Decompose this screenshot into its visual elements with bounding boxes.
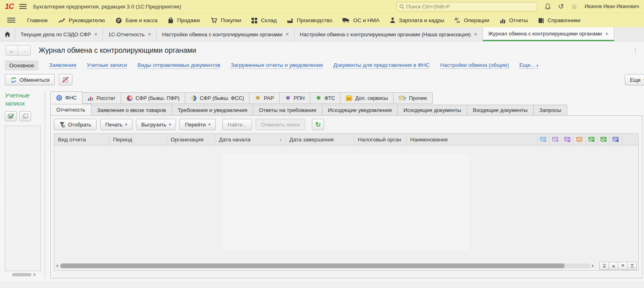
find-button[interactable]: Найти... <box>223 119 252 130</box>
current-user[interactable]: Иванов Иван Иванович <box>584 4 639 9</box>
column-header-status-2[interactable] <box>549 134 561 145</box>
go-first-button[interactable] <box>599 262 609 270</box>
close-icon[interactable]: × <box>286 31 289 37</box>
close-period-button[interactable] <box>59 74 72 85</box>
history-icon[interactable]: ↺ <box>558 3 564 10</box>
navlink-more[interactable]: Еще... ▾ <box>519 62 538 69</box>
favorites-star-icon[interactable]: ☆ <box>571 3 577 10</box>
scroll-left-icon[interactable] <box>56 264 58 267</box>
close-icon[interactable]: × <box>94 31 97 37</box>
copy-account-button[interactable] <box>19 111 31 121</box>
accounts-list[interactable] <box>5 126 41 271</box>
column-header-vid-otcheta[interactable]: Вид отчета <box>54 134 109 145</box>
section-rukovoditelyu[interactable]: Руководителю <box>53 13 110 27</box>
more-actions-button[interactable]: Еще ▾ <box>625 74 644 85</box>
section-sklad[interactable]: Склад <box>246 13 282 27</box>
navlink-dokumenty-fns[interactable]: Документы для представления в ФНС <box>333 62 429 69</box>
exchange-button[interactable]: Обменяться <box>5 74 55 85</box>
print-button[interactable]: Печать ▾ <box>100 119 132 130</box>
column-header-status-7[interactable] <box>610 134 622 145</box>
back-button[interactable]: ← <box>6 45 18 56</box>
column-header-organizaciya[interactable]: Организация <box>167 134 215 145</box>
agency-tab-prochee[interactable]: ? Прочее <box>394 92 433 104</box>
agency-tab-sfr-pfr[interactable]: СФР (бывш. ПФР) <box>121 92 185 104</box>
section-bank-i-kassa[interactable]: Р Банк и касса <box>110 13 163 27</box>
home-tab[interactable] <box>0 27 15 41</box>
go-next-button[interactable] <box>618 262 627 270</box>
section-prodazhi[interactable]: Продажи <box>163 13 205 27</box>
agency-tab-sfr-fss[interactable]: СФР (бывш. ФСС) <box>185 92 250 104</box>
column-header-status-3[interactable] <box>561 134 574 145</box>
agency-tab-fns[interactable]: ФНС <box>50 91 83 104</box>
global-search[interactable] <box>396 2 537 11</box>
forward-button[interactable]: → <box>18 45 31 56</box>
column-header-data-nachala[interactable]: Дата начала ↓ <box>215 134 286 145</box>
agency-tab-rosstat[interactable]: Росстат <box>83 92 121 104</box>
doc-tab-otvety[interactable]: Ответы на требования <box>253 105 322 116</box>
section-proizvodstvo[interactable]: Производство <box>282 13 337 27</box>
main-menu-icon[interactable] <box>19 4 27 9</box>
scrollbar-track[interactable] <box>60 263 590 268</box>
navlink-uchetnye-zapisi[interactable]: Учетные записи <box>87 62 127 69</box>
notifications-bell-icon[interactable] <box>545 3 551 10</box>
close-icon[interactable]: × <box>474 31 477 37</box>
document-slash-icon <box>62 77 69 83</box>
section-spravochniki[interactable]: Справочники <box>533 13 586 27</box>
navlink-vidy-dokumentov[interactable]: Виды отправляемых документов <box>138 62 221 69</box>
refresh-button[interactable]: ↻ <box>312 119 324 130</box>
cancel-search-button[interactable]: Отменить поиск <box>256 119 305 130</box>
select-account-button[interactable] <box>5 111 17 121</box>
scroll-right-icon[interactable] <box>592 264 594 267</box>
navlink-zagruzhennye-otchety[interactable]: Загруженные отчеты и уведомления <box>231 62 323 69</box>
close-icon[interactable]: × <box>605 31 609 37</box>
tab-1c-otchetnost[interactable]: 1С-Отчетность × <box>103 27 157 41</box>
navlink-osnovnoe[interactable]: Основное <box>5 60 39 70</box>
agency-tab-rpn[interactable]: РПН <box>280 92 310 104</box>
column-header-data-zaversheniya[interactable]: Дата завершения <box>286 134 354 145</box>
doc-tab-vkhodyashchie-dokumenty[interactable]: Входящие документы <box>467 105 534 116</box>
column-header-status-6[interactable] <box>598 134 610 145</box>
agency-tab-fts[interactable]: ФТС <box>310 92 341 104</box>
search-input[interactable] <box>406 4 535 10</box>
tab-nastroyki-obmena-org[interactable]: Настройки обмена с контролирующими орган… <box>295 27 483 41</box>
doc-tab-iskhodyashchie-dokumenty[interactable]: Исходящие документы <box>398 105 467 116</box>
agency-tab-dop-servisy[interactable]: 1С Доп. сервисы <box>341 92 393 104</box>
section-pokupki[interactable]: Покупки <box>205 13 247 27</box>
agency-tab-rar[interactable]: РАР <box>250 92 279 104</box>
trend-arrow-icon <box>58 18 65 23</box>
section-zarplata-i-kadry[interactable]: Зарплата и кадры <box>385 13 450 27</box>
section-glavnoe[interactable]: Главное <box>22 13 53 27</box>
go-last-button[interactable] <box>627 262 637 270</box>
export-button[interactable]: Выгрузить ▾ <box>136 119 176 130</box>
sections-menu-icon[interactable] <box>7 18 15 23</box>
goto-button[interactable]: Перейти ▾ <box>180 119 215 130</box>
doc-tab-trebovaniya[interactable]: Требования и уведомления <box>172 105 254 116</box>
section-operacii[interactable]: Дт Кт Операции <box>450 13 495 27</box>
column-header-status-4[interactable] <box>574 134 586 145</box>
filter-button[interactable]: Отобрать <box>54 119 97 130</box>
doc-tab-zaprosy[interactable]: Запросы <box>534 105 567 116</box>
column-header-naimenovanie[interactable]: Наименование <box>407 134 537 145</box>
section-otchety[interactable]: Отчеты <box>495 13 533 27</box>
table-body-empty[interactable] <box>54 145 638 261</box>
go-previous-button[interactable] <box>609 262 618 270</box>
column-header-status-1[interactable] <box>537 134 549 145</box>
column-header-status-5[interactable] <box>586 134 598 145</box>
tab-nastroyki-obmena[interactable]: Настройки обмена с контролирующими орган… <box>157 27 294 41</box>
navlink-zayavleniya[interactable]: Заявления <box>49 62 76 69</box>
scrollbar-thumb[interactable] <box>12 273 31 276</box>
empty-area-highlight <box>221 153 469 250</box>
doc-tab-iskhodyashchie-uvedomleniya[interactable]: Исходящие уведомления <box>322 105 398 116</box>
doc-tab-otchetnost[interactable]: Отчетность <box>50 104 91 116</box>
navlink-nastroyki-obshchie[interactable]: Настройки обмена (общие) <box>440 62 509 69</box>
close-icon[interactable]: × <box>148 31 151 37</box>
tab-zhurnal-obmena[interactable]: Журнал обмена с контролирующими органами… <box>483 27 614 41</box>
doc-tab-zayavleniya-vvoz[interactable]: Заявления о ввозе товаров <box>91 105 172 116</box>
scroll-right-icon[interactable] <box>34 273 36 276</box>
column-header-nalogovyy-organ[interactable]: Налоговый орган <box>354 134 407 145</box>
tab-sedo-sfr[interactable]: Текущие дела по СЭДО СФР × <box>15 27 103 41</box>
kebab-menu-icon[interactable]: ⋮ <box>632 47 638 54</box>
scrollbar-thumb[interactable] <box>60 263 565 268</box>
column-header-period[interactable]: Период <box>109 134 167 145</box>
section-os-i-nma[interactable]: ОС и НМА <box>337 13 384 27</box>
